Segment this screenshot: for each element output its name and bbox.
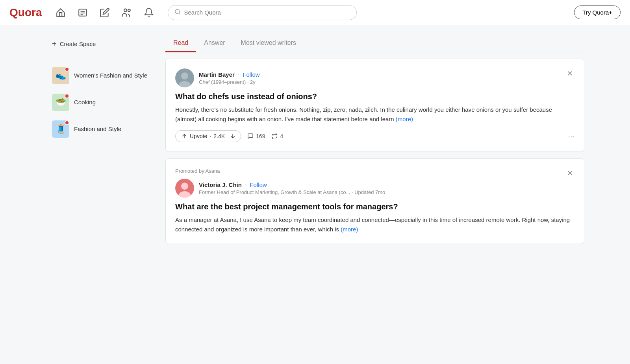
home-icon[interactable] (54, 6, 67, 19)
author-info-1: Martin Bayer · Follow Chef (1994–present… (199, 71, 260, 85)
search-input[interactable] (184, 9, 350, 16)
tab-read[interactable]: Read (165, 35, 196, 52)
people-icon[interactable] (120, 6, 133, 19)
create-space-label: Create Space (60, 41, 96, 47)
sidebar-item-fashion-style[interactable]: 🧵 Fashion and Style (46, 116, 156, 142)
question-title-2[interactable]: What are the best project management too… (175, 202, 574, 211)
main-layout: + Create Space 👟 Women's Fashion and Sty… (39, 25, 591, 260)
answer-card-1: Martin Bayer · Follow Chef (1994–present… (165, 59, 584, 152)
avatar-martin (175, 68, 194, 87)
svg-point-12 (181, 183, 188, 190)
close-button-card-2[interactable]: ✕ (565, 168, 574, 178)
sidebar-label-cooking: Cooking (74, 98, 96, 106)
comment-count-1[interactable]: 169 (247, 133, 265, 139)
answer-card-2: Promoted by Asana Victoria J. Chin · Fol… (165, 158, 584, 244)
card-header-2: Promoted by Asana Victoria J. Chin · Fol… (175, 168, 574, 198)
sidebar-label-fashion-style: Fashion and Style (74, 125, 121, 133)
card-actions-1: Upvote · 2.4K 169 4 ··· (175, 130, 574, 142)
share-count-1[interactable]: 4 (271, 133, 283, 139)
follow-button-martin[interactable]: Follow (243, 71, 259, 78)
more-link-2[interactable]: (more) (341, 226, 358, 233)
card-author-2: Victoria J. Chin · Follow Former Head of… (175, 179, 385, 198)
upvote-button-1[interactable]: Upvote · 2.4K (175, 130, 225, 142)
author-info-2: Victoria J. Chin · Follow Former Head of… (199, 181, 385, 195)
tab-most-viewed[interactable]: Most viewed writers (233, 35, 304, 52)
downvote-button-1[interactable] (225, 130, 241, 142)
tabs: Read Answer Most viewed writers (165, 35, 584, 52)
question-title-1[interactable]: What do chefs use instead of onions? (175, 92, 574, 101)
header: Quora Try Quora+ (0, 0, 630, 25)
svg-point-5 (128, 9, 130, 11)
sidebar-item-cooking[interactable]: 🥗 Cooking (46, 90, 156, 115)
answer-text-1: Honestly, there's no substitute for fres… (175, 105, 574, 124)
card-header-1: Martin Bayer · Follow Chef (1994–present… (175, 68, 574, 87)
follow-button-victoria[interactable]: Follow (250, 181, 267, 188)
notification-dot (65, 94, 69, 98)
fashion-style-icon: 🧵 (52, 120, 69, 138)
sidebar: + Create Space 👟 Women's Fashion and Sty… (46, 35, 156, 250)
author-name-martin: Martin Bayer (199, 71, 235, 78)
sidebar-label-womens-fashion: Women's Fashion and Style (74, 72, 147, 79)
tab-answer[interactable]: Answer (196, 35, 233, 52)
more-link-1[interactable]: (more) (396, 116, 413, 122)
list-icon[interactable] (76, 6, 89, 19)
svg-line-7 (179, 13, 180, 14)
bell-icon[interactable] (143, 6, 155, 19)
svg-point-9 (181, 72, 188, 79)
svg-point-6 (175, 9, 180, 14)
search-icon (174, 9, 181, 17)
sidebar-item-womens-fashion[interactable]: 👟 Women's Fashion and Style (46, 63, 156, 88)
search-bar[interactable] (168, 5, 357, 20)
sidebar-divider (46, 58, 156, 58)
nav-icons (54, 6, 155, 19)
author-meta-victoria: Former Head of Product Marketing, Growth… (199, 189, 385, 195)
womens-fashion-icon: 👟 (52, 67, 69, 84)
author-name-row-2: Victoria J. Chin · Follow (199, 181, 385, 188)
author-meta-martin: Chef (1994–present) · 2y (199, 79, 260, 85)
avatar-victoria (175, 179, 194, 198)
more-options-button-1[interactable]: ··· (568, 132, 574, 141)
card-author-1: Martin Bayer · Follow Chef (1994–present… (175, 68, 260, 87)
promoted-label: Promoted by Asana Victoria J. Chin · Fol… (175, 168, 385, 198)
logo[interactable]: Quora (9, 6, 42, 19)
answer-text-2: As a manager at Asana, I use Asana to ke… (175, 215, 574, 234)
close-button-card-1[interactable]: ✕ (565, 68, 574, 79)
svg-point-4 (124, 9, 127, 11)
edit-icon[interactable] (98, 6, 111, 19)
main-content: Read Answer Most viewed writers Martin B… (165, 35, 584, 250)
upvote-group-1: Upvote · 2.4K (175, 130, 241, 142)
try-quora-plus-button[interactable]: Try Quora+ (574, 6, 621, 19)
author-name-row-1: Martin Bayer · Follow (199, 71, 260, 78)
notification-dot (65, 67, 69, 72)
create-space-button[interactable]: + Create Space (46, 35, 156, 53)
notification-dot (65, 120, 69, 125)
plus-icon: + (52, 39, 57, 48)
cooking-icon: 🥗 (52, 94, 69, 111)
author-name-victoria: Victoria J. Chin (199, 181, 242, 188)
